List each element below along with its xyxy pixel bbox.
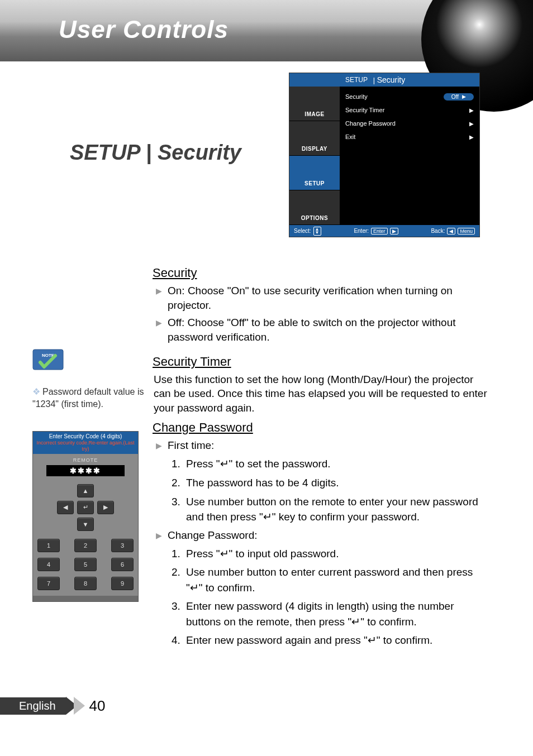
- bullet-icon: ▶: [156, 438, 162, 453]
- side-column: NOTE ❖Password default value is "1234" (…: [32, 349, 144, 602]
- security-timer-text: Use this function to set the how long (M…: [154, 372, 489, 415]
- chevron-right-icon: ▶: [462, 94, 466, 99]
- osd-footer-back-label: Back:: [431, 228, 445, 234]
- page-header: User Controls: [0, 0, 533, 61]
- first-step-2: The password has to be 4 digits.: [186, 475, 489, 491]
- change-step-2: Use number button to enter current passw…: [186, 564, 489, 595]
- bullet-icon: ▶: [156, 284, 162, 298]
- first-step-3: Use number button on the remote to enter…: [186, 494, 489, 525]
- chevron-right-icon: ▶: [469, 107, 474, 113]
- keypad-9-button[interactable]: 9: [111, 577, 134, 590]
- page-number: 40: [89, 697, 106, 715]
- security-off-text: Off: Choose "Off" to be able to switch o…: [168, 315, 489, 344]
- menu-key-icon: Menu: [458, 228, 475, 235]
- dpad-right-button[interactable]: ▶: [97, 501, 114, 514]
- updown-icon: ▲▼: [313, 227, 321, 236]
- keypad-6-button[interactable]: 6: [111, 558, 134, 571]
- diamond-icon: ❖: [32, 387, 40, 396]
- dpad-up-button[interactable]: ▲: [77, 484, 94, 497]
- osd-row-security[interactable]: Security Off ▶: [345, 90, 474, 103]
- dpad-enter-button[interactable]: ↵: [77, 501, 94, 514]
- osd-row-label: Change Password: [345, 120, 396, 127]
- keypad-7-button[interactable]: 7: [37, 577, 60, 590]
- right-key-icon: ▶: [390, 228, 398, 235]
- osd-row-change-password[interactable]: Change Password ▶: [345, 117, 474, 130]
- dpad-down-button[interactable]: ▼: [77, 518, 94, 531]
- chevron-right-icon: ▶: [469, 134, 474, 140]
- keypad-1-button[interactable]: 1: [37, 539, 60, 552]
- osd-breadcrumb-setup: SETUP: [345, 76, 368, 84]
- change-step-3: Enter new password (4 digits in length) …: [186, 599, 489, 629]
- keypad-header: Enter Security Code (4 digits) Incorrect…: [33, 432, 138, 454]
- first-time-label: First time:: [168, 438, 489, 453]
- note-text-content: Password default value is "1234" (first …: [32, 387, 144, 409]
- dpad-left-button[interactable]: ◀: [57, 501, 74, 514]
- change-step-4: Enter new password again and press "↵" t…: [186, 633, 489, 648]
- bullet-icon: ▶: [156, 528, 162, 543]
- osd-security-value-text: Off: [451, 94, 459, 100]
- page-footer: English 40: [0, 697, 106, 715]
- chevron-right-icon: ▶: [469, 121, 474, 127]
- osd-footer-select-label: Select:: [294, 228, 311, 234]
- keypad-stars: ✱✱✱✱: [46, 465, 125, 476]
- heading-security: Security: [153, 266, 197, 280]
- osd-row-label: Security Timer: [345, 107, 384, 113]
- security-keypad-screenshot: Enter Security Code (4 digits) Incorrect…: [32, 431, 139, 602]
- osd-row-label: Exit: [345, 133, 355, 140]
- osd-tab-display[interactable]: DISPLAY: [289, 121, 340, 156]
- keypad-line2: Incorrect security code.Re-enter again.(…: [34, 440, 137, 452]
- keypad-8-button[interactable]: 8: [74, 577, 97, 590]
- first-time-steps: 1.Press "↵" to set the password. 2.The p…: [172, 456, 489, 524]
- change-step-1: Press "↵" to input old password.: [186, 546, 489, 562]
- keypad-line1: Enter Security Code (4 digits): [34, 433, 137, 440]
- note-icon: NOTE: [32, 349, 64, 378]
- keypad-5-button[interactable]: 5: [74, 558, 97, 571]
- osd-footer: Select: ▲▼ Enter: Enter ▶ Back: ◀ Menu: [289, 225, 479, 237]
- first-step-1: Press "↵" to set the password.: [186, 456, 489, 472]
- left-key-icon: ◀: [447, 228, 455, 235]
- osd-tab-options[interactable]: OPTIONS: [289, 190, 340, 225]
- osd-row-label: Security: [345, 93, 368, 100]
- keypad-remote-label: REMOTE: [37, 457, 134, 463]
- osd-row-exit[interactable]: Exit ▶: [345, 130, 474, 143]
- osd-tab-image[interactable]: IMAGE: [289, 87, 340, 121]
- keypad-2-button[interactable]: 2: [74, 539, 97, 552]
- change-password-steps: 1.Press "↵" to input old password. 2.Use…: [172, 546, 489, 648]
- main-content: Security ▶ On: Choose "On" to use securi…: [142, 262, 489, 652]
- heading-change-password: Change Password: [153, 420, 253, 435]
- note-text: ❖Password default value is "1234" (first…: [32, 386, 144, 410]
- osd-footer-enter-label: Enter:: [354, 228, 369, 234]
- osd-security-value[interactable]: Off ▶: [444, 93, 474, 101]
- osd-row-security-timer[interactable]: Security Timer ▶: [345, 103, 474, 117]
- security-on-text: On: Choose "On" to use security verifica…: [168, 284, 489, 312]
- change-password-label: Change Password:: [168, 528, 489, 543]
- osd-sidebar: IMAGE DISPLAY SETUP OPTIONS: [289, 87, 340, 225]
- footer-language: English: [0, 697, 66, 715]
- keypad-dpad: ▲ ◀ ↵ ▶ ▼: [37, 484, 134, 531]
- heading-security-timer: Security Timer: [153, 355, 231, 369]
- keypad-numbers: 1 2 3 4 5 6 7 8 9: [37, 539, 134, 590]
- osd-content: Security Off ▶ Security Timer ▶ Change P…: [340, 87, 479, 225]
- bullet-icon: ▶: [156, 315, 162, 330]
- keypad-3-button[interactable]: 3: [111, 539, 134, 552]
- osd-screenshot: SETUP | Security IMAGE DISPLAY SETUP OPT…: [289, 73, 480, 237]
- keypad-4-button[interactable]: 4: [37, 558, 60, 571]
- osd-breadcrumb: SETUP | Security: [289, 73, 479, 87]
- osd-tab-setup[interactable]: SETUP: [289, 156, 340, 190]
- osd-breadcrumb-security: Security: [377, 75, 406, 84]
- enter-key-icon: Enter: [371, 228, 388, 235]
